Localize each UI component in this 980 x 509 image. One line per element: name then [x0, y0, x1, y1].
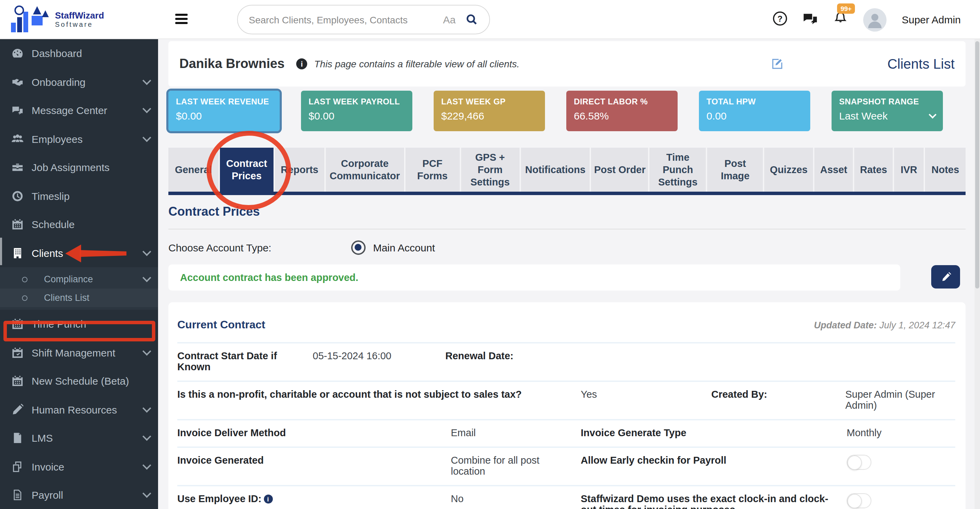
- sidebar-item-label: Clients List: [44, 293, 89, 303]
- chat-icon[interactable]: [803, 11, 818, 29]
- sidebar-item-timeslip[interactable]: Timeslip: [0, 182, 158, 210]
- edit-icon[interactable]: [770, 57, 784, 71]
- sidebar-item-label: Schedule: [32, 219, 148, 230]
- tab-pcf-forms[interactable]: PCF Forms: [405, 148, 460, 192]
- info-icon[interactable]: i: [264, 495, 272, 504]
- stat-label: LAST WEEK REVENUE: [176, 97, 272, 106]
- tab-corporate-communicator[interactable]: Corporate Communicator: [326, 148, 404, 192]
- stat-label: LAST WEEK PAYROLL: [309, 97, 405, 106]
- page-title: Clients List: [887, 56, 955, 72]
- field-label: Staffwizard Demo uses the exact clock-in…: [581, 493, 847, 509]
- sidebar-item-employees[interactable]: Employees: [0, 125, 158, 153]
- stat-label: TOTAL HPW: [706, 97, 803, 106]
- calendar-icon: [12, 376, 23, 387]
- sidebar-item-invoice[interactable]: Invoice: [0, 452, 158, 481]
- sidebar-item-dashboard[interactable]: Dashboard: [0, 39, 158, 68]
- sidebar-item-payroll[interactable]: Payroll: [0, 481, 158, 509]
- sidebar-item-label: Invoice: [32, 461, 142, 473]
- sidebar-item-label: Dashboard: [32, 48, 148, 59]
- sidebar-item-label: Time Punch: [32, 319, 148, 330]
- sidebar-item-label: LMS: [32, 433, 142, 444]
- tab-time-punch-settings[interactable]: Time Punch Settings: [650, 148, 706, 192]
- sidebar-item-lms[interactable]: LMS: [0, 424, 158, 452]
- account-type-label: Choose Account Type:: [169, 241, 272, 253]
- field-label: Allow Early checkin for Payroll: [581, 455, 847, 477]
- page-header-card: Danika Brownies i This page contains a f…: [169, 41, 966, 87]
- sidebar-scrollbar[interactable]: [0, 238, 2, 265]
- stat-card-direct-labor[interactable]: DIRECT LABOR % 66.58%: [566, 91, 678, 131]
- bell-icon[interactable]: 99+: [833, 11, 848, 29]
- allow-early-checkin-toggle[interactable]: [847, 455, 872, 470]
- sidebar-item-label: New Schedule (Beta): [32, 376, 148, 387]
- handshake-icon: [12, 76, 23, 88]
- sidebar-item-clients-list[interactable]: Clients List: [0, 289, 158, 307]
- chat-icon: [12, 105, 23, 116]
- sidebar-item-job-assignments[interactable]: Job Assignments: [0, 153, 158, 182]
- updated-date-value: July 1, 2024 12:47: [877, 320, 955, 330]
- sidebar-item-schedule[interactable]: Schedule: [0, 210, 158, 239]
- field-value: Monthly: [847, 427, 955, 438]
- tab-quizzes[interactable]: Quizzes: [764, 148, 813, 192]
- client-name: Danika Brownies: [179, 56, 285, 71]
- copy-icon: [12, 461, 23, 473]
- exact-clock-times-toggle[interactable]: [847, 493, 872, 508]
- section-title: Contract Prices: [169, 205, 260, 219]
- approval-message: Account contract has been approved.: [180, 272, 358, 283]
- sidebar-item-time-punch[interactable]: Time Punch: [0, 310, 158, 338]
- tab-ivr[interactable]: IVR: [894, 148, 924, 192]
- sidebar-item-new-schedule[interactable]: New Schedule (Beta): [0, 367, 158, 395]
- tab-notes[interactable]: Notes: [925, 148, 966, 192]
- edit-contract-button[interactable]: [931, 265, 960, 289]
- hamburger-icon[interactable]: [175, 12, 190, 27]
- stat-card-last-week-gp[interactable]: LAST WEEK GP $229,466: [434, 91, 545, 131]
- main-account-radio[interactable]: [351, 240, 366, 255]
- stat-card-last-week-revenue[interactable]: LAST WEEK REVENUE $0.00: [169, 91, 280, 131]
- building-icon: [12, 247, 23, 259]
- stat-value: $229,466: [441, 110, 484, 122]
- top-header: StaffWizard Software Aa 99+ Super Admin: [0, 0, 980, 39]
- contract-row: Is this a non-profit, charitable or acco…: [177, 381, 955, 419]
- tab-notifications[interactable]: Notifications: [520, 148, 590, 192]
- calendar-icon: [12, 219, 23, 230]
- sidebar-item-label: Payroll: [32, 490, 142, 501]
- tab-gps-form-settings[interactable]: GPS + Form Settings: [461, 148, 519, 192]
- tab-reports[interactable]: Reports: [275, 148, 325, 192]
- sidebar-item-compliance[interactable]: Compliance: [0, 270, 158, 289]
- stat-card-snapshot-range[interactable]: SNAPSHOT RANGE Last Week: [832, 91, 943, 131]
- page-scrollbar[interactable]: [975, 39, 980, 509]
- stat-card-total-hpw[interactable]: TOTAL HPW 0.00: [699, 91, 810, 131]
- calendar-check-icon: [12, 347, 23, 358]
- page-description: This page contains a filterable view of …: [314, 59, 770, 70]
- notification-badge: 99+: [837, 3, 855, 13]
- tab-post-order[interactable]: Post Order: [591, 148, 648, 192]
- tab-rates[interactable]: Rates: [854, 148, 893, 192]
- field-label: Contract Start Date if Known: [177, 350, 313, 372]
- tab-contract-prices[interactable]: Contract Prices: [220, 148, 274, 192]
- match-case-toggle[interactable]: Aa: [443, 14, 456, 25]
- sidebar-item-human-resources[interactable]: Human Resources: [0, 395, 158, 424]
- snapshot-range-value: Last Week: [839, 110, 888, 122]
- sidebar-item-label: Message Center: [32, 105, 142, 116]
- tab-asset[interactable]: Asset: [815, 148, 853, 192]
- sidebar-item-clients[interactable]: Clients: [0, 239, 158, 267]
- tab-post-image[interactable]: Post Image: [708, 148, 763, 192]
- field-value: Email: [451, 427, 581, 438]
- gauge-icon: [12, 48, 23, 59]
- field-value: Yes: [581, 389, 711, 411]
- sidebar-item-message-center[interactable]: Message Center: [0, 96, 158, 125]
- contract-row: Invoice Generated Combine for all post l…: [177, 447, 955, 485]
- search-icon[interactable]: [465, 13, 478, 26]
- help-icon[interactable]: [772, 11, 788, 29]
- sidebar-item-label: Job Assignments: [32, 162, 148, 173]
- tab-general[interactable]: General: [169, 148, 218, 192]
- avatar[interactable]: [863, 8, 886, 31]
- sidebar-item-shift-management[interactable]: Shift Management: [0, 338, 158, 367]
- chevron-down-icon: [143, 490, 151, 498]
- stat-card-last-week-payroll[interactable]: LAST WEEK PAYROLL $0.00: [301, 91, 412, 131]
- scrollbar-thumb[interactable]: [975, 41, 979, 289]
- search-input[interactable]: [249, 14, 443, 25]
- sidebar-item-onboarding[interactable]: Onboarding: [0, 68, 158, 96]
- contract-card-title: Current Contract: [177, 319, 265, 331]
- contract-row: Use Employee ID:i No Staffwizard Demo us…: [177, 485, 955, 509]
- field-label: Renewal Date:: [445, 350, 955, 372]
